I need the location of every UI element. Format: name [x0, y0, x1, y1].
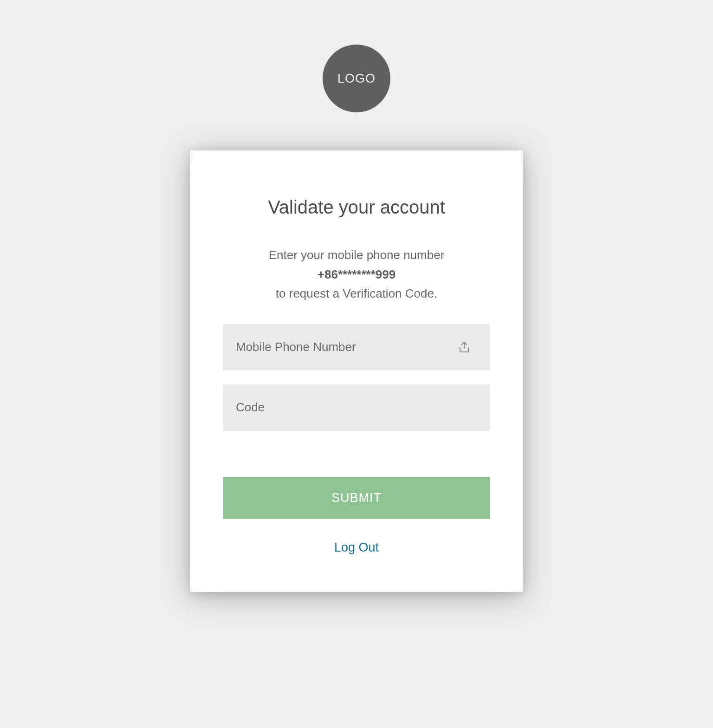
upload-icon[interactable] — [459, 341, 470, 353]
page-title: Validate your account — [223, 197, 490, 218]
code-input[interactable] — [223, 384, 490, 431]
phone-input-wrapper — [223, 324, 490, 370]
validation-card: Validate your account Enter your mobile … — [190, 150, 523, 592]
submit-button[interactable]: SUBMIT — [223, 477, 490, 519]
masked-phone-number: +86********999 — [318, 267, 395, 281]
logo-text: LOGO — [337, 72, 376, 86]
logout-link[interactable]: Log Out — [334, 540, 379, 555]
instruction-text: Enter your mobile phone number +86******… — [223, 246, 490, 304]
code-input-wrapper — [223, 384, 490, 431]
phone-input[interactable] — [223, 324, 490, 370]
instruction-line-2: to request a Verification Code. — [276, 286, 437, 300]
instruction-line-1: Enter your mobile phone number — [269, 248, 445, 262]
logo: LOGO — [323, 45, 390, 112]
